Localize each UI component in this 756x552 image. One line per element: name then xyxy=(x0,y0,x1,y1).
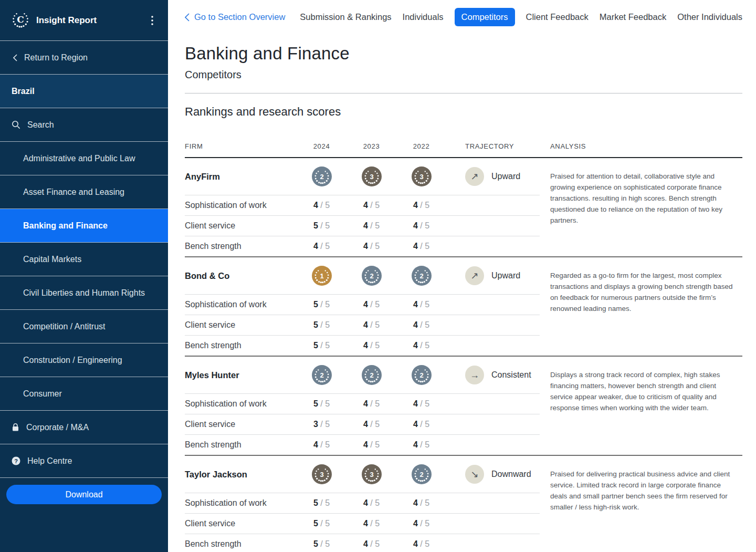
trajectory-consistent-arrow-icon: → xyxy=(465,366,484,384)
score-value: 5 / 5 xyxy=(297,539,346,549)
sidebar-item-competition-antitrust[interactable]: Competition / Antitrust xyxy=(0,310,168,343)
sidebar: C Insight Report Return to Region Brazil… xyxy=(0,0,168,552)
svg-text:2: 2 xyxy=(370,272,373,280)
tab-bar: Submission & RankingsIndividualsCompetit… xyxy=(300,8,742,26)
trajectory-downward-arrow-icon: ↘ xyxy=(465,465,484,484)
sidebar-item-help-centre[interactable]: ?Help Centre xyxy=(0,444,168,478)
kebab-menu-icon[interactable] xyxy=(147,13,158,28)
firm-name: AnyFirm xyxy=(185,172,297,182)
sidebar-item-brazil[interactable]: Brazil xyxy=(0,75,168,108)
score-category-label: Sophistication of work xyxy=(185,498,297,508)
rank-cell-2022: 2 xyxy=(396,266,446,286)
column-header-firm: FIRM xyxy=(185,142,297,150)
score-value: 4 / 5 xyxy=(396,399,446,409)
score-value: 4 / 5 xyxy=(396,201,446,210)
rank-cell-2022: 3 xyxy=(396,166,446,186)
trajectory-label: Downward xyxy=(491,470,531,479)
firm-name: Bond & Co xyxy=(185,271,297,281)
firm-row: Myles Hunter222→Consistent xyxy=(185,357,540,393)
firm-row: Taylor Jackson332↘Downward xyxy=(185,456,540,493)
sidebar-item-label: Construction / Engineering xyxy=(23,356,122,365)
score-row: Sophistication of work5 / 54 / 54 / 5 xyxy=(185,493,540,513)
sidebar-item-return-to-region[interactable]: Return to Region xyxy=(0,41,168,75)
score-row: Sophistication of work5 / 54 / 54 / 5 xyxy=(185,393,540,414)
score-value: 4 / 5 xyxy=(297,242,346,251)
score-value: 4 / 5 xyxy=(297,440,346,450)
score-value: 4 / 5 xyxy=(396,440,446,450)
sidebar-item-consumer[interactable]: Consumer xyxy=(0,377,168,411)
back-link-label: Go to Section Overview xyxy=(194,12,285,22)
sidebar-item-administrative-and-public-law[interactable]: Administrative and Public Law xyxy=(0,142,168,175)
score-value: 4 / 5 xyxy=(346,539,396,549)
svg-text:?: ? xyxy=(14,458,18,464)
laurel-rank-badge-icon: 1 xyxy=(312,266,332,286)
chevron-left-icon xyxy=(185,13,190,22)
sidebar-item-label: Administrative and Public Law xyxy=(23,154,135,163)
score-value: 4 / 5 xyxy=(346,498,396,508)
sidebar-item-banking-and-finance[interactable]: Banking and Finance xyxy=(0,209,168,243)
score-row: Bench strength4 / 54 / 54 / 5 xyxy=(185,434,540,455)
sidebar-item-construction-engineering[interactable]: Construction / Engineering xyxy=(0,343,168,377)
practice-area-list: Administrative and Public LawAsset Finan… xyxy=(0,142,168,478)
score-value: 4 / 5 xyxy=(346,300,396,309)
sidebar-item-label: Banking and Finance xyxy=(23,221,108,231)
rank-cell-2024: 3 xyxy=(297,464,346,484)
lock-icon xyxy=(12,423,19,432)
firm-name: Myles Hunter xyxy=(185,370,297,380)
app-title: Insight Report xyxy=(36,15,97,26)
score-value: 5 / 5 xyxy=(297,320,346,330)
sidebar-item-asset-finance-and-leasing[interactable]: Asset Finance and Leasing xyxy=(0,175,168,209)
score-value: 4 / 5 xyxy=(396,242,446,251)
sidebar-item-label: Capital Markets xyxy=(23,255,81,264)
sidebar-item-label: Civil Liberties and Human Rights xyxy=(23,288,145,298)
svg-text:3: 3 xyxy=(419,173,423,181)
sidebar-item-label: Competition / Antitrust xyxy=(23,322,106,331)
laurel-rank-badge-icon: 3 xyxy=(362,166,382,186)
laurel-rank-badge-icon: 2 xyxy=(312,166,332,186)
analysis-text: Praised for delivering practical busines… xyxy=(550,456,736,552)
laurel-rank-badge-icon: 2 xyxy=(362,365,382,385)
score-category-label: Bench strength xyxy=(185,539,297,549)
top-navigation: Go to Section Overview Submission & Rank… xyxy=(185,8,742,26)
rankings-table: FIRM 2024 2023 2022 TRAJECTORY ANALYSIS … xyxy=(185,142,742,552)
svg-text:1: 1 xyxy=(320,272,323,280)
score-category-label: Sophistication of work xyxy=(185,300,297,309)
firm-rankings: Myles Hunter222→ConsistentSophistication… xyxy=(185,357,540,455)
tab-submission-rankings[interactable]: Submission & Rankings xyxy=(300,8,391,26)
svg-text:C: C xyxy=(17,14,24,24)
sidebar-item-search[interactable]: Search xyxy=(0,108,168,142)
tab-individuals[interactable]: Individuals xyxy=(403,8,444,26)
svg-text:3: 3 xyxy=(370,471,373,478)
go-to-section-overview-link[interactable]: Go to Section Overview xyxy=(185,12,285,22)
sidebar-item-civil-liberties-and-human-rights[interactable]: Civil Liberties and Human Rights xyxy=(0,276,168,310)
laurel-rank-badge-icon: 3 xyxy=(362,464,382,484)
tab-market-feedback[interactable]: Market Feedback xyxy=(600,8,666,26)
score-category-label: Bench strength xyxy=(185,440,297,450)
main-content: Go to Section Overview Submission & Rank… xyxy=(168,0,756,552)
sidebar-item-corporate-m-a[interactable]: Corporate / M&A xyxy=(0,411,168,444)
table-header-row: FIRM 2024 2023 2022 TRAJECTORY ANALYSIS xyxy=(185,142,742,158)
sidebar-header: C Insight Report xyxy=(0,0,168,41)
score-value: 4 / 5 xyxy=(297,201,346,210)
score-value: 4 / 5 xyxy=(346,519,396,528)
analysis-text: Displays a strong track record of comple… xyxy=(550,357,736,455)
firm-rankings: AnyFirm233↗UpwardSophistication of work4… xyxy=(185,158,540,256)
download-button[interactable]: Download xyxy=(6,485,162,504)
tab-other-individuals[interactable]: Other Individuals xyxy=(677,8,742,26)
sidebar-item-capital-markets[interactable]: Capital Markets xyxy=(0,243,168,276)
svg-text:2: 2 xyxy=(419,272,423,280)
sidebar-item-label: Asset Finance and Leasing xyxy=(23,188,124,197)
trajectory-label: Upward xyxy=(491,172,520,181)
trajectory-cell: ↗Upward xyxy=(465,266,540,285)
score-value: 4 / 5 xyxy=(346,420,396,429)
score-category-label: Bench strength xyxy=(185,242,297,251)
trajectory-cell: →Consistent xyxy=(465,366,540,384)
score-value: 5 / 5 xyxy=(297,498,346,508)
score-value: 4 / 5 xyxy=(346,341,396,350)
tab-competitors[interactable]: Competitors xyxy=(455,8,515,26)
score-value: 4 / 5 xyxy=(346,320,396,330)
laurel-rank-badge-icon: 2 xyxy=(312,365,332,385)
tab-client-feedback[interactable]: Client Feedback xyxy=(526,8,589,26)
score-category-label: Client service xyxy=(185,519,297,528)
score-category-label: Client service xyxy=(185,221,297,231)
